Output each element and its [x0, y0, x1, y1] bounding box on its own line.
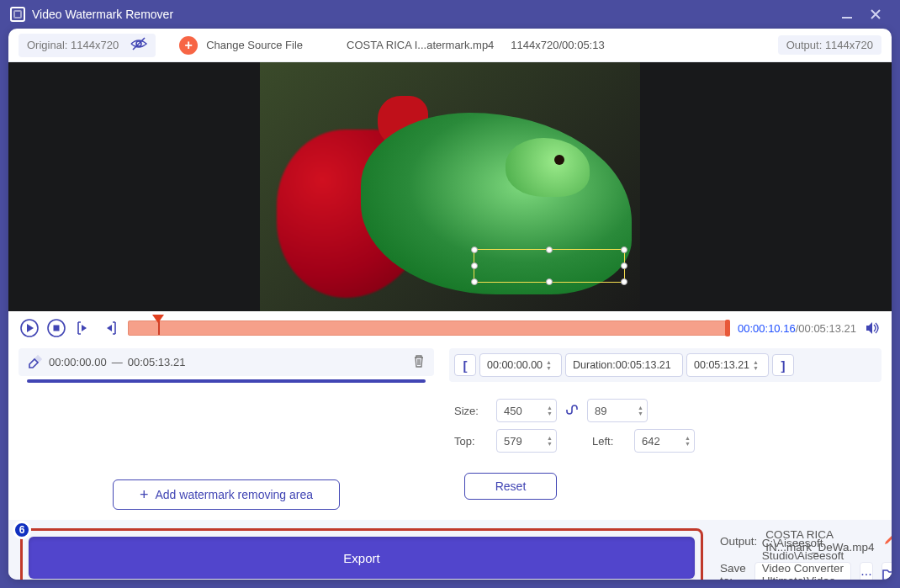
reset-button[interactable]: Reset: [464, 473, 557, 500]
height-value: 89: [595, 405, 606, 417]
resize-handle[interactable]: [621, 246, 627, 253]
playback-controls: 00:00:10.16/00:05:13.21: [8, 311, 892, 345]
current-time: 00:00:10.16: [738, 322, 796, 335]
eraser-icon: [27, 353, 42, 371]
watermark-selection-box[interactable]: [474, 249, 625, 283]
volume-button[interactable]: [865, 320, 880, 336]
export-button[interactable]: Export: [29, 537, 695, 579]
original-dimensions-label: Original: 1144x720: [27, 39, 119, 51]
spinner-icon[interactable]: ▲▼: [546, 359, 552, 371]
left-input[interactable]: 642 ▲▼: [634, 429, 695, 453]
spinner-icon[interactable]: ▲▼: [685, 435, 691, 447]
width-input[interactable]: 450 ▲▼: [496, 399, 557, 422]
set-end-button[interactable]: [101, 319, 119, 337]
export-label: Export: [343, 551, 379, 565]
play-button[interactable]: [20, 319, 39, 337]
clip-start: 00:00:00.00: [49, 356, 107, 368]
spinner-icon[interactable]: ▲▼: [753, 359, 759, 371]
trim-end-input[interactable]: 00:05:13.21 ▲▼: [686, 353, 769, 377]
clips-panel: 00:00:00.00 — 00:05:13.21 + Add watermar…: [19, 348, 434, 510]
height-input[interactable]: 89 ▲▼: [587, 399, 648, 422]
main-panel: Original: 1144x720 + Change Source File …: [8, 29, 892, 580]
timeline-slider[interactable]: [128, 320, 729, 336]
save-to-label: Save to:: [720, 562, 746, 580]
titlebar: Video Watermark Remover: [0, 0, 900, 29]
trim-start-input[interactable]: 00:00:00.00 ▲▼: [479, 353, 562, 377]
set-trim-start-button[interactable]: [: [454, 354, 476, 376]
clip-duration-bar: [27, 379, 426, 383]
output-dimensions-label: Output: 1144x720: [786, 39, 873, 51]
end-handle[interactable]: [725, 320, 730, 336]
plus-icon: +: [140, 486, 149, 504]
delete-clip-button[interactable]: [412, 354, 426, 370]
spinner-icon[interactable]: ▲▼: [547, 435, 553, 447]
resize-handle[interactable]: [471, 246, 478, 253]
resize-handle[interactable]: [471, 262, 478, 269]
topbar: Original: 1144x720 + Change Source File …: [8, 29, 892, 62]
save-path-field[interactable]: C:\Aiseesoft Studio\Aiseesoft Video Conv…: [754, 562, 852, 580]
app-title: Video Watermark Remover: [32, 8, 173, 21]
video-frame: [260, 62, 640, 311]
trim-end-value: 00:05:13.21: [694, 359, 749, 371]
size-label: Size:: [454, 405, 488, 417]
resize-handle[interactable]: [546, 246, 553, 253]
rename-output-button[interactable]: [883, 534, 892, 548]
save-path-value: C:\Aiseesoft Studio\Aiseesoft Video Conv…: [762, 537, 844, 580]
step-badge: 6: [13, 521, 31, 539]
add-file-icon[interactable]: +: [179, 36, 198, 55]
export-highlight: 6 Export: [20, 528, 703, 580]
resize-handle[interactable]: [621, 278, 627, 285]
bottom-bar: Output: COSTA RICA IN...mark_DeWa.mp4 Ou…: [8, 520, 892, 580]
timecode: 00:00:10.16/00:05:13.21: [738, 322, 856, 335]
set-trim-end-button[interactable]: ]: [772, 354, 794, 376]
top-input[interactable]: 579 ▲▼: [496, 429, 557, 453]
left-value: 642: [642, 435, 660, 448]
output-dimensions: Output: 1144x720: [778, 35, 881, 55]
open-folder-button[interactable]: [881, 562, 892, 580]
left-label: Left:: [592, 435, 626, 448]
close-button[interactable]: [861, 0, 890, 29]
original-dimensions: Original: 1144x720: [19, 34, 156, 57]
app-logo-icon: [10, 7, 25, 22]
minimize-button[interactable]: [833, 0, 861, 29]
size-row: Size: 450 ▲▼ 89 ▲▼: [449, 395, 881, 426]
browse-path-button[interactable]: ···: [860, 562, 872, 580]
clip-item[interactable]: 00:00:00.00 — 00:05:13.21: [19, 348, 434, 376]
trim-duration-input[interactable]: Duration:00:05:13.21: [565, 353, 683, 377]
clip-end: 00:05:13.21: [128, 356, 186, 368]
resize-handle[interactable]: [546, 278, 553, 285]
source-filename: COSTA RICA I...atermark.mp4: [347, 39, 494, 51]
output-file-label: Output:: [720, 535, 757, 548]
svg-rect-0: [842, 17, 852, 19]
trim-duration-value: Duration:00:05:13.21: [573, 359, 671, 371]
width-value: 450: [504, 405, 522, 417]
total-time: 00:05:13.21: [798, 322, 856, 335]
spinner-icon[interactable]: ▲▼: [547, 405, 553, 416]
change-source-link[interactable]: Change Source File: [206, 39, 303, 51]
clip-sep: —: [112, 356, 123, 368]
reset-label: Reset: [495, 479, 527, 493]
resize-handle[interactable]: [621, 262, 627, 269]
source-info: 1144x720/00:05:13: [511, 39, 604, 51]
spinner-icon[interactable]: ▲▼: [638, 405, 643, 416]
add-area-label: Add watermark removing area: [155, 488, 313, 501]
link-aspect-icon[interactable]: [565, 403, 579, 419]
svg-rect-5: [54, 326, 60, 331]
preview-toggle-icon[interactable]: [130, 37, 147, 54]
top-label: Top:: [454, 435, 488, 448]
trim-start-value: 00:00:00.00: [487, 359, 543, 371]
add-watermark-area-button[interactable]: + Add watermark removing area: [113, 479, 340, 510]
properties-panel: [ 00:00:00.00 ▲▼ Duration:00:05:13.21 00…: [449, 348, 881, 510]
playhead-line: [158, 321, 160, 335]
top-value: 579: [504, 435, 522, 448]
video-content: [554, 155, 564, 165]
trim-controls: [ 00:00:00.00 ▲▼ Duration:00:05:13.21 00…: [449, 348, 881, 382]
resize-handle[interactable]: [471, 278, 478, 285]
video-preview[interactable]: [8, 62, 892, 311]
svg-line-2: [133, 38, 145, 50]
stop-button[interactable]: [47, 319, 66, 337]
set-start-button[interactable]: [74, 319, 93, 337]
position-row: Top: 579 ▲▼ Left: 642 ▲▼: [449, 426, 881, 456]
